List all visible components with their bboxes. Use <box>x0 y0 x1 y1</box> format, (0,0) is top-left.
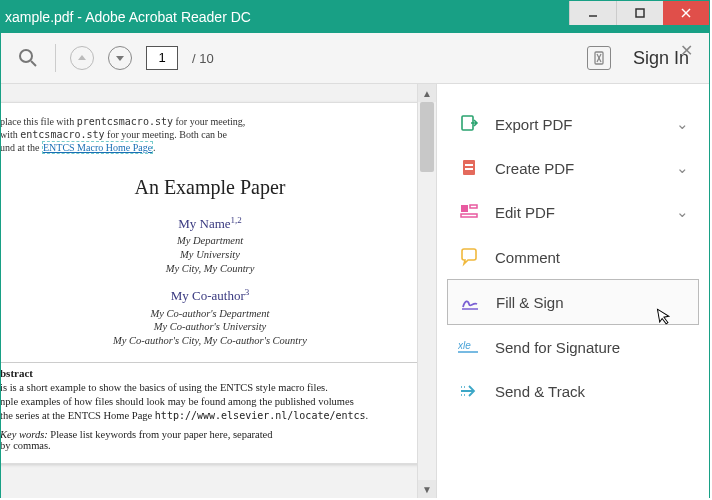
close-icon <box>680 7 692 19</box>
edit-pdf-icon <box>457 202 481 222</box>
svg-rect-14 <box>470 205 477 208</box>
entcs-link[interactable]: ENTCS Macro Home Page <box>42 141 153 154</box>
page-up-button[interactable] <box>70 46 94 70</box>
svg-rect-1 <box>636 9 644 17</box>
maximize-icon <box>634 7 646 19</box>
tool-fill-sign[interactable]: Fill & Sign <box>447 279 699 325</box>
mobile-link-button[interactable] <box>587 46 611 70</box>
svg-line-5 <box>31 61 36 66</box>
comment-icon <box>457 247 481 267</box>
vertical-scrollbar[interactable]: ▲ ▼ <box>417 84 436 498</box>
maximize-button[interactable] <box>616 1 663 25</box>
arrow-up-icon <box>77 53 87 63</box>
svg-rect-15 <box>461 214 477 217</box>
arrow-down-icon <box>115 53 125 63</box>
tool-label: Export PDF <box>495 116 573 133</box>
page-number-input[interactable]: 1 <box>146 46 178 70</box>
send-signature-icon: xle <box>457 337 481 357</box>
send-track-icon <box>457 381 481 401</box>
search-icon <box>18 48 38 68</box>
title-bar: xample.pdf - Adobe Acrobat Reader DC <box>1 1 709 33</box>
tool-label: Edit PDF <box>495 204 555 221</box>
svg-text:xle: xle <box>458 340 471 351</box>
tool-label: Send for Signature <box>495 339 620 356</box>
svg-rect-10 <box>463 160 475 175</box>
tool-create-pdf[interactable]: Create PDF ⌄ <box>447 146 699 190</box>
chevron-down-icon: ⌄ <box>676 115 689 133</box>
tool-comment[interactable]: Comment <box>447 235 699 279</box>
scroll-up-arrow[interactable]: ▲ <box>418 84 436 102</box>
chevron-down-icon: ⌄ <box>676 159 689 177</box>
doc-keywords: Key words: Please list keywords from you… <box>1 429 417 451</box>
svg-rect-12 <box>465 168 473 170</box>
mobile-icon <box>592 51 606 65</box>
document-page: place this file with prentcsmacro.sty fo… <box>1 102 417 464</box>
document-viewport[interactable]: place this file with prentcsmacro.sty fo… <box>1 84 417 498</box>
tool-label: Comment <box>495 249 560 266</box>
toolbar-divider <box>55 44 56 72</box>
chevron-down-icon: ⌄ <box>676 203 689 221</box>
tool-send-track[interactable]: Send & Track <box>447 369 699 413</box>
page-total-label: / 10 <box>192 51 214 66</box>
doc-title: An Example Paper <box>1 176 417 199</box>
fill-sign-icon <box>458 292 482 312</box>
export-pdf-icon <box>457 114 481 134</box>
doc-affil-1: My Department My University My City, My … <box>1 234 417 275</box>
toolbar: 1 / 10 Sign In <box>1 33 709 84</box>
svg-rect-11 <box>465 164 473 166</box>
panel-close-icon[interactable]: ✕ <box>680 41 693 60</box>
tool-export-pdf[interactable]: Export PDF ⌄ <box>447 102 699 146</box>
window-title: xample.pdf - Adobe Acrobat Reader DC <box>1 9 251 25</box>
tool-label: Fill & Sign <box>496 294 564 311</box>
svg-point-4 <box>20 50 32 62</box>
minimize-button[interactable] <box>569 1 616 25</box>
doc-abstract: is is a short example to show the basics… <box>1 381 417 424</box>
tool-label: Create PDF <box>495 160 574 177</box>
app-window: xample.pdf - Adobe Acrobat Reader DC ✕ 1… <box>0 0 710 498</box>
page-down-button[interactable] <box>108 46 132 70</box>
doc-abstract-header: bstract <box>1 362 417 379</box>
scroll-down-arrow[interactable]: ▼ <box>418 480 436 498</box>
close-button[interactable] <box>663 1 709 25</box>
minimize-icon <box>587 7 599 19</box>
main-area: place this file with prentcsmacro.sty fo… <box>1 84 709 498</box>
scroll-thumb[interactable] <box>420 102 434 172</box>
doc-author-1: My Name1,2 <box>1 215 417 232</box>
svg-rect-13 <box>461 205 468 212</box>
search-button[interactable] <box>15 45 41 71</box>
doc-header-note: place this file with prentcsmacro.sty fo… <box>1 115 417 154</box>
doc-author-2: My Co-author3 <box>1 287 417 304</box>
tool-edit-pdf[interactable]: Edit PDF ⌄ <box>447 190 699 234</box>
window-controls <box>569 1 709 25</box>
tools-panel: Export PDF ⌄ Create PDF ⌄ Edit PDF ⌄ <box>436 84 709 498</box>
tool-send-for-signature[interactable]: xle Send for Signature <box>447 325 699 369</box>
tool-label: Send & Track <box>495 383 585 400</box>
doc-affil-2: My Co-author's Department My Co-author's… <box>1 307 417 348</box>
create-pdf-icon <box>457 158 481 178</box>
